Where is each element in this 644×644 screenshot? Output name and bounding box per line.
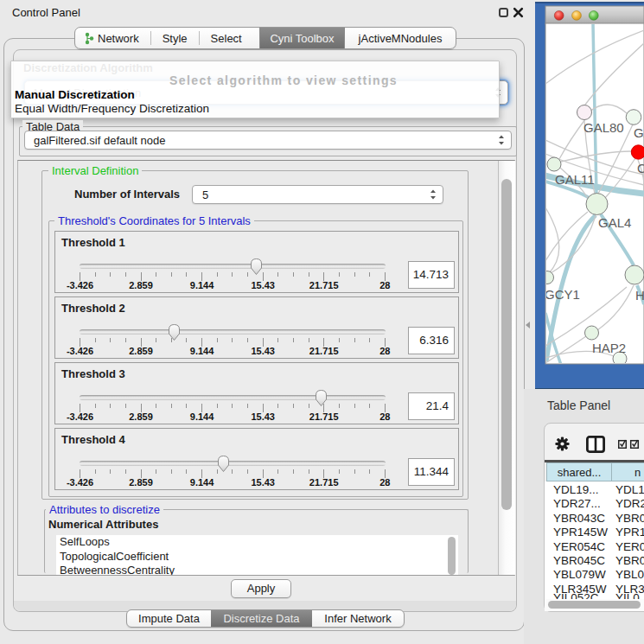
svg-text:GAL80: GAL80 bbox=[583, 120, 624, 135]
svg-text:GAL4: GAL4 bbox=[598, 215, 631, 230]
svg-text:C: C bbox=[637, 161, 644, 175]
svg-text:H: H bbox=[635, 288, 644, 303]
svg-text:GA: GA bbox=[634, 125, 644, 140]
svg-text:GCY1: GCY1 bbox=[545, 287, 580, 302]
svg-text:GAL11: GAL11 bbox=[555, 172, 595, 187]
svg-text:HAP2: HAP2 bbox=[592, 341, 626, 355]
